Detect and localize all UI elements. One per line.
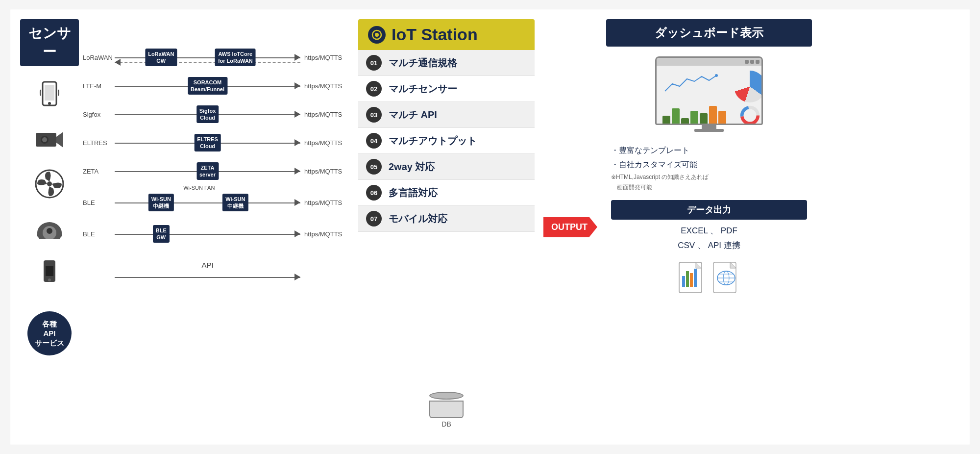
sensor-icons: 各種 API サービス [27, 81, 72, 435]
svg-point-12 [47, 228, 52, 234]
feature-text-06: 多言語対応 [389, 186, 438, 200]
svg-point-6 [42, 137, 47, 142]
output-arrow-shape: OUTPUT [543, 217, 597, 237]
feature-num-07: 07 [366, 211, 382, 227]
ring-chart-svg [736, 104, 763, 125]
zeta-line: ZETAserver [115, 164, 300, 178]
feature-item-06: 06 多言語対応 [358, 180, 535, 206]
sigfox-label: Sigfox [83, 111, 115, 118]
fan-icon [30, 169, 69, 199]
ble-wisun-label: BLE [83, 199, 115, 206]
svg-point-2 [48, 102, 51, 105]
feature-item-07: 07 モバイル対応 [358, 206, 535, 232]
feature-num-06: 06 [366, 185, 382, 201]
document-icons-area [606, 258, 812, 300]
lorawan-gw-box: LoRaWANGW [145, 49, 177, 67]
sigfox-end: https/MQTTS [304, 111, 353, 118]
pie-area [732, 69, 763, 125]
ltem-row: LTE-M SORACOMBeam/Funnel https/MQTTS [83, 72, 353, 100]
feature-list: 01 マルチ通信規格 02 マルチセンサー 03 マルチ API 04 マルチア… [358, 50, 535, 385]
ble-label: BLE [83, 230, 115, 238]
api-label: API [201, 261, 213, 269]
dashboard-note: ※HTML,Javascript の知識さえあれば 画面開発可能 [611, 172, 807, 193]
dashboard-header: ダッシュボード表示 [606, 19, 812, 47]
sensor-section: センサー [20, 19, 353, 435]
sigfox-line: SigfoxCloud [115, 107, 300, 122]
feature-num-05: 05 [366, 159, 382, 175]
svg-rect-25 [686, 271, 689, 287]
feature-text-04: マルチアウトプット [389, 134, 477, 148]
data-output-container: データ出力 EXCEL 、 PDFCSV 、 API 連携 [606, 200, 812, 253]
db-icon: DB [429, 392, 464, 428]
pie-chart [734, 71, 763, 102]
zeta-server-box: ZETAserver [196, 162, 219, 180]
chart-bars [662, 96, 726, 125]
sensor-column: センサー [20, 19, 79, 435]
document-chart-icon [677, 261, 707, 297]
smartphone-icon [30, 81, 69, 110]
bullet-2: ・自社カスタマイズ可能 [611, 158, 807, 172]
feature-text-07: モバイル対応 [389, 212, 447, 226]
lorawan-row: LoRaWAN LoRaWANGW AWS IoTCorefor LoRaWAN… [83, 44, 353, 71]
svg-marker-4 [56, 132, 63, 148]
feature-item-02: 02 マルチセンサー [358, 76, 535, 102]
feature-num-02: 02 [366, 81, 382, 97]
line-chart-svg [662, 72, 721, 96]
device-icon [30, 257, 69, 287]
data-output-header: データ出力 [611, 200, 807, 220]
svg-rect-24 [682, 276, 685, 287]
bar-5 [700, 113, 708, 125]
sensor-header: センサー [20, 19, 79, 66]
svg-point-17 [375, 33, 379, 37]
iot-station-title: IoT Station [392, 25, 478, 44]
eltres-end: https/MQTTS [304, 139, 353, 147]
monitor-dot-1 [745, 60, 749, 64]
wisun-row: BLE Wi-SUN FAN Wi-SUN中継機 Wi-SUN中継機 https… [83, 186, 353, 219]
monitor-stand-top [702, 125, 716, 129]
svg-point-18 [715, 74, 718, 77]
output-arrow: OUTPUT [543, 217, 597, 237]
svg-rect-27 [694, 269, 697, 287]
iot-station-header: IoT Station [358, 19, 535, 50]
dashboard-section: ダッシュボード表示 [606, 19, 812, 435]
wisun-line: Wi-SUN FAN Wi-SUN中継機 Wi-SUN中継機 [115, 192, 300, 213]
ble-row: BLE BLEGW https/MQTTS [83, 220, 353, 248]
camera-icon [30, 125, 69, 154]
feature-text-05: 2way 対応 [389, 160, 435, 174]
feature-text-01: マルチ通信規格 [389, 56, 457, 70]
monitor-stand-base [694, 129, 724, 132]
bar-3 [681, 118, 689, 125]
connections-wrapper: LoRaWAN LoRaWANGW AWS IoTCorefor LoRaWAN… [83, 19, 353, 435]
main-container: センサー [10, 9, 970, 445]
db-label: DB [441, 420, 451, 428]
sigfox-row: Sigfox SigfoxCloud https/MQTTS [83, 101, 353, 128]
zeta-label: ZETA [83, 168, 115, 175]
monitor-dot-3 [756, 60, 760, 64]
sigfox-cloud-box: SigfoxCloud [196, 105, 219, 124]
ltem-line: SORACOMBeam/Funnel [115, 78, 300, 93]
dashboard-content: ・豊富なテンプレート ・自社カスタマイズ可能 ※HTML,Javascript … [606, 51, 812, 435]
bar-chart-area [660, 69, 729, 125]
svg-rect-1 [45, 85, 54, 101]
svg-rect-26 [690, 273, 693, 287]
api-services-circle: 各種 API サービス [27, 311, 72, 355]
feature-num-03: 03 [366, 107, 382, 123]
aws-iotcore-box: AWS IoTCorefor LoRaWAN [215, 49, 256, 67]
feature-text-03: マルチ API [389, 108, 437, 122]
bar-2 [672, 108, 680, 125]
monitor-dot-2 [750, 60, 754, 64]
svg-point-8 [47, 181, 52, 186]
feature-item-04: 04 マルチアウトプット [358, 128, 535, 154]
output-section: OUTPUT [539, 19, 601, 435]
svg-rect-14 [46, 266, 53, 276]
wisun-end: https/MQTTS [304, 199, 353, 206]
monitor-top-bar [657, 58, 761, 66]
feature-text-02: マルチセンサー [389, 82, 457, 96]
zeta-end: https/MQTTS [304, 168, 353, 175]
bar-4 [690, 111, 698, 125]
bar-7 [718, 111, 726, 125]
api-connection-row: API [83, 263, 353, 291]
monitor-area [655, 56, 763, 132]
iot-logo-icon [368, 26, 386, 44]
ble-gw-box: BLEGW [153, 225, 170, 243]
